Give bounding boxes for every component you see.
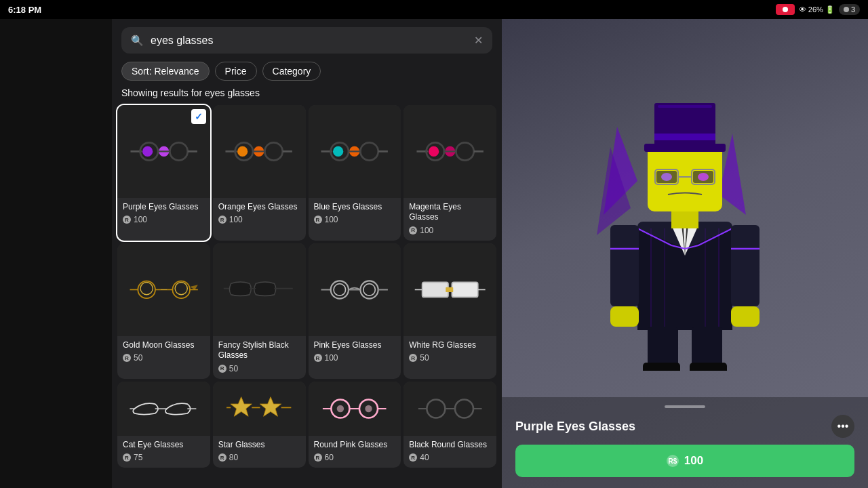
price-value-star: 80 bbox=[229, 453, 238, 462]
svg-rect-78 bbox=[610, 225, 639, 306]
item-label-row: Purple Eyes Glasses ••• bbox=[515, 415, 854, 438]
svg-rect-95 bbox=[654, 134, 715, 140]
search-clear-icon[interactable]: ✕ bbox=[474, 34, 483, 47]
svg-rect-99 bbox=[643, 363, 680, 371]
svg-point-2 bbox=[142, 146, 153, 157]
battery-area: 👁 26% 🔋 bbox=[799, 5, 835, 14]
svg-rect-94 bbox=[644, 144, 726, 152]
item-thumbnail-magenta-eyes bbox=[403, 105, 496, 198]
price-value-pink-eyes: 100 bbox=[325, 353, 338, 363]
svg-point-30 bbox=[140, 282, 153, 294]
blue-eyes-glasses-img bbox=[317, 121, 391, 182]
battery-icon: 🔋 bbox=[825, 5, 835, 14]
svg-point-25 bbox=[456, 142, 473, 160]
robux-icon-white-rg: R bbox=[409, 354, 417, 362]
round-pink-glasses-img bbox=[317, 391, 391, 426]
item-thumbnail-orange-eyes bbox=[213, 105, 306, 198]
svg-rect-100 bbox=[690, 363, 727, 371]
star-glasses-img bbox=[222, 391, 296, 426]
search-input[interactable] bbox=[151, 35, 467, 47]
results-label-text: Showing results for bbox=[121, 87, 202, 98]
item-info-star: Star Glasses R 80 bbox=[213, 436, 306, 468]
item-name-gold-moon: Gold Moon Glasses bbox=[123, 340, 205, 351]
eye-icon: 👁 bbox=[799, 5, 806, 14]
item-name-pink-eyes: Pink Eyes Glasses bbox=[314, 340, 396, 351]
svg-rect-51 bbox=[446, 287, 453, 292]
item-price-pink-eyes: R 100 bbox=[314, 353, 396, 363]
record-button bbox=[776, 4, 795, 15]
robux-icon-pink-eyes: R bbox=[314, 354, 322, 362]
svg-point-18 bbox=[361, 142, 378, 160]
more-options-button[interactable]: ••• bbox=[831, 415, 854, 438]
item-card-blue-eyes[interactable]: Blue Eyes Glasses R 100 bbox=[309, 105, 401, 241]
svg-point-66 bbox=[455, 399, 473, 418]
more-options-icon: ••• bbox=[837, 420, 849, 432]
orange-eyes-glasses-img bbox=[222, 121, 296, 182]
item-card-purple-eyes[interactable]: ✓ Purple Eyes Glasses R 100 bbox=[117, 105, 210, 241]
item-name-magenta-eyes: Magenta Eyes Glasses bbox=[409, 202, 491, 223]
item-card-star[interactable]: Star Glasses R 80 bbox=[213, 382, 306, 468]
price-value-purple-eyes: 100 bbox=[134, 215, 147, 224]
item-name-orange-eyes: Orange Eyes Glasses bbox=[218, 202, 300, 213]
item-price-round-pink: R 60 bbox=[314, 453, 396, 462]
avatar-area bbox=[502, 19, 868, 397]
battery-percent: 26% bbox=[808, 5, 823, 14]
svg-rect-98 bbox=[692, 327, 722, 367]
item-thumbnail-fancy-stylish-black bbox=[213, 243, 306, 336]
item-info-blue-eyes: Blue Eyes Glasses R 100 bbox=[309, 198, 401, 230]
item-card-orange-eyes[interactable]: Orange Eyes Glasses R 100 bbox=[213, 105, 306, 241]
item-price-black-round: R 40 bbox=[409, 453, 491, 462]
search-bar: 🔍 ✕ bbox=[121, 27, 492, 54]
results-label: Showing results for eyes glasses bbox=[112, 87, 502, 105]
record-dot bbox=[783, 7, 788, 12]
item-card-round-pink[interactable]: Round Pink Glasses R 60 bbox=[309, 382, 401, 468]
white-rg-glasses-img bbox=[413, 260, 487, 320]
svg-rect-93 bbox=[654, 103, 715, 147]
black-round-glasses-img bbox=[413, 391, 487, 426]
item-price-orange-eyes: R 100 bbox=[218, 215, 300, 224]
item-info-orange-eyes: Orange Eyes Glasses R 100 bbox=[213, 198, 306, 230]
item-card-gold-moon[interactable]: Gold Moon Glasses R 50 bbox=[117, 243, 210, 379]
results-query-text: eyes glasses bbox=[205, 87, 260, 98]
item-thumbnail-blue-eyes bbox=[309, 105, 401, 198]
item-name-purple-eyes: Purple Eyes Glasses bbox=[123, 202, 205, 213]
search-icon: 🔍 bbox=[131, 35, 144, 47]
item-info-magenta-eyes: Magenta Eyes Glasses R 100 bbox=[403, 198, 496, 241]
robux-icon-star: R bbox=[218, 453, 226, 462]
left-panel: 🔍 ✕ Sort: Relevance Price Category Showi… bbox=[112, 19, 502, 488]
item-name-fancy-stylish-black: Fancy Stylish Black Glasses bbox=[218, 340, 300, 361]
svg-rect-48 bbox=[452, 282, 477, 297]
robux-icon-cat-eye: R bbox=[123, 453, 131, 462]
category-filter-button[interactable]: Category bbox=[262, 62, 321, 81]
svg-point-91 bbox=[661, 173, 672, 181]
status-time: 6:18 PM bbox=[8, 5, 41, 15]
svg-point-23 bbox=[429, 146, 439, 157]
item-price-gold-moon: R 50 bbox=[123, 353, 205, 363]
item-card-fancy-stylish-black[interactable]: Fancy Stylish Black Glasses R 50 bbox=[213, 243, 306, 379]
svg-point-41 bbox=[334, 284, 346, 296]
item-thumbnail-black-round bbox=[403, 382, 496, 436]
price-value-round-pink: 60 bbox=[325, 453, 334, 462]
item-name-star: Star Glasses bbox=[218, 440, 300, 451]
svg-point-16 bbox=[333, 146, 343, 157]
item-card-magenta-eyes[interactable]: Magenta Eyes Glasses R 100 bbox=[403, 105, 496, 241]
item-price-fancy-stylish-black: R 50 bbox=[218, 364, 300, 373]
robux-icon-orange-eyes: R bbox=[218, 216, 226, 224]
robux-count: 3 bbox=[851, 5, 855, 14]
item-card-cat-eye[interactable]: Cat Eye Glasses R 75 bbox=[117, 382, 210, 468]
item-info-gold-moon: Gold Moon Glasses R 50 bbox=[117, 336, 210, 369]
price-filter-button[interactable]: Price bbox=[215, 62, 257, 81]
svg-point-32 bbox=[175, 282, 187, 294]
item-card-pink-eyes[interactable]: Pink Eyes Glasses R 100 bbox=[309, 243, 401, 379]
item-card-white-rg[interactable]: White RG Glasses R 50 bbox=[403, 243, 496, 379]
item-card-black-round[interactable]: Black Round Glasses R 40 bbox=[403, 382, 496, 468]
buy-button[interactable]: R$ 100 bbox=[515, 445, 854, 477]
status-bar: 6:18 PM 👁 26% 🔋 3 bbox=[0, 0, 868, 19]
sort-filter-button[interactable]: Sort: Relevance bbox=[121, 62, 210, 81]
svg-point-9 bbox=[237, 146, 248, 157]
item-thumbnail-white-rg bbox=[403, 243, 496, 336]
purple-eyes-glasses-img bbox=[127, 121, 201, 182]
price-value-cat-eye: 75 bbox=[134, 453, 142, 462]
item-info-white-rg: White RG Glasses R 50 bbox=[403, 336, 496, 369]
selected-item-name: Purple Eyes Glasses bbox=[515, 420, 635, 434]
